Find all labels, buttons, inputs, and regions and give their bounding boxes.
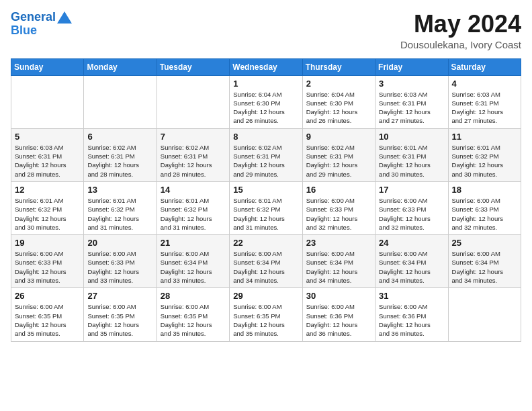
calendar-week-2: 12Sunrise: 6:01 AM Sunset: 6:32 PM Dayli…	[11, 181, 521, 234]
calendar-cell: 9Sunrise: 6:02 AM Sunset: 6:31 PM Daylig…	[302, 128, 375, 181]
calendar-week-1: 5Sunrise: 6:03 AM Sunset: 6:31 PM Daylig…	[11, 128, 521, 181]
day-number: 28	[161, 291, 226, 301]
calendar-cell: 21Sunrise: 6:00 AM Sunset: 6:34 PM Dayli…	[157, 235, 229, 288]
day-info: Sunrise: 6:01 AM Sunset: 6:32 PM Dayligh…	[233, 196, 298, 232]
location: Dousoulekana, Ivory Coast	[400, 39, 521, 50]
calendar-body: 1Sunrise: 6:04 AM Sunset: 6:30 PM Daylig…	[11, 75, 521, 341]
day-number: 19	[15, 238, 80, 248]
day-number: 2	[306, 79, 371, 89]
day-info: Sunrise: 6:02 AM Sunset: 6:31 PM Dayligh…	[233, 143, 298, 179]
day-number: 23	[306, 238, 371, 248]
calendar-cell: 14Sunrise: 6:01 AM Sunset: 6:32 PM Dayli…	[157, 181, 229, 234]
day-info: Sunrise: 6:00 AM Sunset: 6:36 PM Dayligh…	[379, 302, 444, 338]
calendar-cell: 29Sunrise: 6:00 AM Sunset: 6:35 PM Dayli…	[230, 288, 302, 341]
calendar-cell: 26Sunrise: 6:00 AM Sunset: 6:35 PM Dayli…	[11, 288, 84, 341]
calendar-cell: 23Sunrise: 6:00 AM Sunset: 6:34 PM Dayli…	[302, 235, 375, 288]
day-number: 21	[161, 238, 226, 248]
day-info: Sunrise: 6:00 AM Sunset: 6:33 PM Dayligh…	[15, 249, 80, 285]
day-info: Sunrise: 6:00 AM Sunset: 6:33 PM Dayligh…	[379, 196, 444, 232]
calendar-cell	[11, 75, 84, 128]
day-number: 27	[87, 291, 152, 301]
day-number: 11	[452, 132, 517, 142]
day-info: Sunrise: 6:01 AM Sunset: 6:32 PM Dayligh…	[15, 196, 80, 232]
day-info: Sunrise: 6:01 AM Sunset: 6:32 PM Dayligh…	[452, 143, 517, 179]
day-info: Sunrise: 6:02 AM Sunset: 6:31 PM Dayligh…	[161, 143, 226, 179]
calendar-cell: 7Sunrise: 6:02 AM Sunset: 6:31 PM Daylig…	[157, 128, 229, 181]
day-info: Sunrise: 6:02 AM Sunset: 6:31 PM Dayligh…	[306, 143, 371, 179]
day-info: Sunrise: 6:01 AM Sunset: 6:32 PM Dayligh…	[161, 196, 226, 232]
calendar-cell	[448, 288, 521, 341]
calendar-week-0: 1Sunrise: 6:04 AM Sunset: 6:30 PM Daylig…	[11, 75, 521, 128]
day-number: 22	[233, 238, 298, 248]
day-info: Sunrise: 6:01 AM Sunset: 6:32 PM Dayligh…	[87, 196, 152, 232]
calendar-cell	[84, 75, 157, 128]
calendar-table: SundayMondayTuesdayWednesdayThursdayFrid…	[11, 58, 521, 342]
calendar-cell: 6Sunrise: 6:02 AM Sunset: 6:31 PM Daylig…	[84, 128, 157, 181]
calendar-cell: 1Sunrise: 6:04 AM Sunset: 6:30 PM Daylig…	[230, 75, 302, 128]
weekday-header-saturday: Saturday	[448, 58, 521, 75]
calendar-cell: 10Sunrise: 6:01 AM Sunset: 6:31 PM Dayli…	[375, 128, 448, 181]
calendar-cell: 22Sunrise: 6:00 AM Sunset: 6:34 PM Dayli…	[230, 235, 302, 288]
day-number: 1	[233, 79, 298, 89]
day-number: 7	[161, 132, 226, 142]
day-number: 18	[452, 185, 517, 195]
calendar-cell: 3Sunrise: 6:03 AM Sunset: 6:31 PM Daylig…	[375, 75, 448, 128]
day-info: Sunrise: 6:00 AM Sunset: 6:34 PM Dayligh…	[379, 249, 444, 285]
day-info: Sunrise: 6:03 AM Sunset: 6:31 PM Dayligh…	[379, 90, 444, 126]
calendar-header: SundayMondayTuesdayWednesdayThursdayFrid…	[11, 58, 521, 75]
day-info: Sunrise: 6:03 AM Sunset: 6:31 PM Dayligh…	[15, 143, 80, 179]
calendar-cell: 31Sunrise: 6:00 AM Sunset: 6:36 PM Dayli…	[375, 288, 448, 341]
calendar-cell: 8Sunrise: 6:02 AM Sunset: 6:31 PM Daylig…	[230, 128, 302, 181]
day-number: 30	[306, 291, 371, 301]
page-header: General Blue May 2024 Dousoulekana, Ivor…	[11, 11, 521, 50]
calendar-cell: 18Sunrise: 6:00 AM Sunset: 6:33 PM Dayli…	[448, 181, 521, 234]
day-info: Sunrise: 6:00 AM Sunset: 6:35 PM Dayligh…	[87, 302, 152, 338]
svg-marker-0	[57, 11, 72, 24]
weekday-header-tuesday: Tuesday	[157, 58, 229, 75]
calendar-week-4: 26Sunrise: 6:00 AM Sunset: 6:35 PM Dayli…	[11, 288, 521, 341]
calendar-cell: 11Sunrise: 6:01 AM Sunset: 6:32 PM Dayli…	[448, 128, 521, 181]
calendar-cell: 24Sunrise: 6:00 AM Sunset: 6:34 PM Dayli…	[375, 235, 448, 288]
day-info: Sunrise: 6:04 AM Sunset: 6:30 PM Dayligh…	[233, 90, 298, 126]
day-info: Sunrise: 6:00 AM Sunset: 6:33 PM Dayligh…	[452, 196, 517, 232]
calendar-cell: 2Sunrise: 6:04 AM Sunset: 6:30 PM Daylig…	[302, 75, 375, 128]
day-info: Sunrise: 6:00 AM Sunset: 6:34 PM Dayligh…	[233, 249, 298, 285]
calendar-cell: 12Sunrise: 6:01 AM Sunset: 6:32 PM Dayli…	[11, 181, 84, 234]
day-number: 14	[161, 185, 226, 195]
calendar-cell: 20Sunrise: 6:00 AM Sunset: 6:33 PM Dayli…	[84, 235, 157, 288]
weekday-header-friday: Friday	[375, 58, 448, 75]
day-number: 15	[233, 185, 298, 195]
day-info: Sunrise: 6:00 AM Sunset: 6:36 PM Dayligh…	[306, 302, 371, 338]
calendar-cell: 25Sunrise: 6:00 AM Sunset: 6:34 PM Dayli…	[448, 235, 521, 288]
calendar-cell: 19Sunrise: 6:00 AM Sunset: 6:33 PM Dayli…	[11, 235, 84, 288]
day-info: Sunrise: 6:01 AM Sunset: 6:31 PM Dayligh…	[379, 143, 444, 179]
day-number: 6	[87, 132, 152, 142]
logo-blue: Blue	[11, 24, 72, 36]
calendar-cell: 30Sunrise: 6:00 AM Sunset: 6:36 PM Dayli…	[302, 288, 375, 341]
calendar-cell: 28Sunrise: 6:00 AM Sunset: 6:35 PM Dayli…	[157, 288, 229, 341]
calendar-cell: 13Sunrise: 6:01 AM Sunset: 6:32 PM Dayli…	[84, 181, 157, 234]
day-number: 5	[15, 132, 80, 142]
day-number: 17	[379, 185, 444, 195]
day-number: 10	[379, 132, 444, 142]
calendar-cell: 5Sunrise: 6:03 AM Sunset: 6:31 PM Daylig…	[11, 128, 84, 181]
calendar-cell: 27Sunrise: 6:00 AM Sunset: 6:35 PM Dayli…	[84, 288, 157, 341]
day-number: 25	[452, 238, 517, 248]
calendar-cell: 17Sunrise: 6:00 AM Sunset: 6:33 PM Dayli…	[375, 181, 448, 234]
day-number: 3	[379, 79, 444, 89]
day-number: 29	[233, 291, 298, 301]
weekday-row: SundayMondayTuesdayWednesdayThursdayFrid…	[11, 58, 521, 75]
day-number: 26	[15, 291, 80, 301]
weekday-header-wednesday: Wednesday	[230, 58, 302, 75]
month-title: May 2024	[400, 11, 521, 38]
day-number: 13	[87, 185, 152, 195]
weekday-header-sunday: Sunday	[11, 58, 84, 75]
day-info: Sunrise: 6:00 AM Sunset: 6:33 PM Dayligh…	[87, 249, 152, 285]
day-number: 20	[87, 238, 152, 248]
calendar-cell: 15Sunrise: 6:01 AM Sunset: 6:32 PM Dayli…	[230, 181, 302, 234]
day-info: Sunrise: 6:02 AM Sunset: 6:31 PM Dayligh…	[87, 143, 152, 179]
calendar-week-3: 19Sunrise: 6:00 AM Sunset: 6:33 PM Dayli…	[11, 235, 521, 288]
weekday-header-thursday: Thursday	[302, 58, 375, 75]
title-block: May 2024 Dousoulekana, Ivory Coast	[400, 11, 521, 50]
day-info: Sunrise: 6:00 AM Sunset: 6:34 PM Dayligh…	[452, 249, 517, 285]
